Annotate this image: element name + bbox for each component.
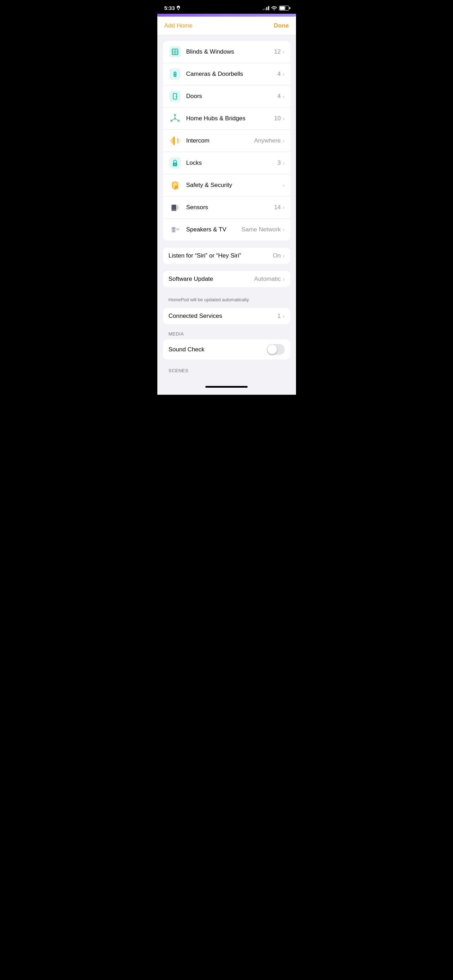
locks-icon [168,157,181,169]
location-icon [176,6,180,10]
svg-point-35 [173,230,175,232]
siri-row[interactable]: Listen for “Siri” or “Hey Siri” On › [163,248,290,264]
sensors-chevron: › [283,205,285,210]
speakers-row[interactable]: Speakers & TV Same Network › [163,219,290,240]
speakers-icon [168,223,181,236]
safety-icon: ! [168,179,181,192]
cameras-icon [168,68,181,80]
sound-check-toggle[interactable] [267,344,285,355]
svg-rect-20 [172,138,173,143]
locks-row[interactable]: Locks 3 › [163,152,290,174]
sensors-icon [168,201,181,214]
cameras-label: Cameras & Doorbells [186,70,278,78]
done-button[interactable]: Done [274,22,289,29]
wifi-icon [271,6,277,10]
hubs-row[interactable]: Home Hubs & Bridges 10 › [163,108,290,130]
svg-rect-36 [172,228,175,229]
device-categories-card: Blinds & Windows 12 › Cameras & Doorbell… [163,41,290,240]
intercom-label: Intercom [186,137,254,144]
siri-chevron: › [283,253,285,259]
svg-point-38 [176,229,177,229]
connected-services-label: Connected Services [168,313,278,320]
sound-check-row[interactable]: Sound Check [163,339,290,360]
software-update-footer: HomePod will be updated automatically. [163,294,290,302]
battery-indicator: 62 [279,6,289,11]
software-update-row[interactable]: Software Update Automatic › [163,271,290,287]
connected-services-row[interactable]: Connected Services 1 › [163,308,290,324]
toggle-thumb [267,345,277,354]
svg-rect-23 [179,139,180,142]
svg-rect-9 [169,91,181,102]
intercom-value: Anywhere [254,137,281,144]
add-home-button[interactable]: Add Home [164,22,192,29]
status-time: 5:33 [164,5,180,11]
blinds-icon [168,46,181,58]
intercom-row[interactable]: Intercom Anywhere › [163,130,290,152]
doors-value: 4 [277,93,280,100]
intercom-chevron: › [283,138,285,143]
speakers-label: Speakers & TV [186,226,242,233]
safety-row[interactable]: ! Safety & Security › [163,174,290,196]
media-card: Sound Check [163,339,290,360]
hubs-label: Home Hubs & Bridges [186,115,274,122]
svg-point-26 [174,164,175,165]
software-update-label: Software Update [168,275,254,283]
time-label: 5:33 [164,5,175,11]
battery-level: 62 [281,6,286,10]
doors-row[interactable]: Doors 4 › [163,85,290,108]
blinds-value: 12 [274,48,281,56]
scenes-section-label: SCENES [163,366,290,377]
signal-icon [263,6,269,10]
svg-line-16 [172,119,175,121]
svg-rect-22 [170,139,171,142]
cameras-chevron: › [283,71,285,77]
sensors-value: 14 [274,204,281,211]
locks-value: 3 [277,159,280,167]
hubs-icon [168,112,181,125]
speakers-chevron: › [283,227,285,232]
svg-text:!: ! [176,187,176,189]
hubs-value: 10 [274,115,281,122]
navigation-bar: Add Home Done [157,17,296,35]
home-bar [205,386,248,388]
siri-card: Listen for “Siri” or “Hey Siri” On › [163,248,290,264]
svg-line-17 [175,119,178,121]
siri-label: Listen for “Siri” or “Hey Siri” [168,252,273,259]
blinds-row[interactable]: Blinds & Windows 12 › [163,41,290,63]
hubs-chevron: › [283,116,285,121]
connected-services-value: 1 [277,313,280,320]
safety-label: Safety & Security [186,182,281,189]
doors-icon [168,90,181,103]
software-update-chevron: › [283,276,285,282]
status-bar: 5:33 62 [157,0,296,14]
svg-rect-37 [176,228,179,231]
sensors-row[interactable]: Sensors 14 › [163,196,290,219]
media-section-label: MEDIA [163,331,290,339]
blinds-label: Blinds & Windows [186,48,274,56]
home-indicator [157,383,296,395]
software-update-value: Automatic [254,275,281,283]
siri-value: On [273,252,281,259]
svg-rect-30 [172,205,176,209]
sensors-label: Sensors [186,204,274,211]
safety-chevron: › [283,182,285,188]
svg-rect-19 [173,137,175,145]
doors-label: Doors [186,93,278,100]
intercom-icon [168,134,181,147]
blinds-chevron: › [283,49,285,55]
locks-chevron: › [283,160,285,166]
locks-label: Locks [186,159,278,167]
svg-point-11 [175,96,176,97]
speakers-value: Same Network [241,226,280,233]
cameras-row[interactable]: Cameras & Doorbells 4 › [163,63,290,85]
cameras-value: 4 [277,70,280,78]
purple-accent-bar [157,14,296,17]
connected-services-card: Connected Services 1 › [163,308,290,324]
svg-rect-21 [177,138,178,143]
software-update-card: Software Update Automatic › [163,271,290,287]
status-right: 62 [263,6,289,11]
doors-chevron: › [283,94,285,99]
main-content: Blinds & Windows 12 › Cameras & Doorbell… [157,35,296,383]
connected-services-chevron: › [283,313,285,319]
sound-check-label: Sound Check [168,346,267,353]
